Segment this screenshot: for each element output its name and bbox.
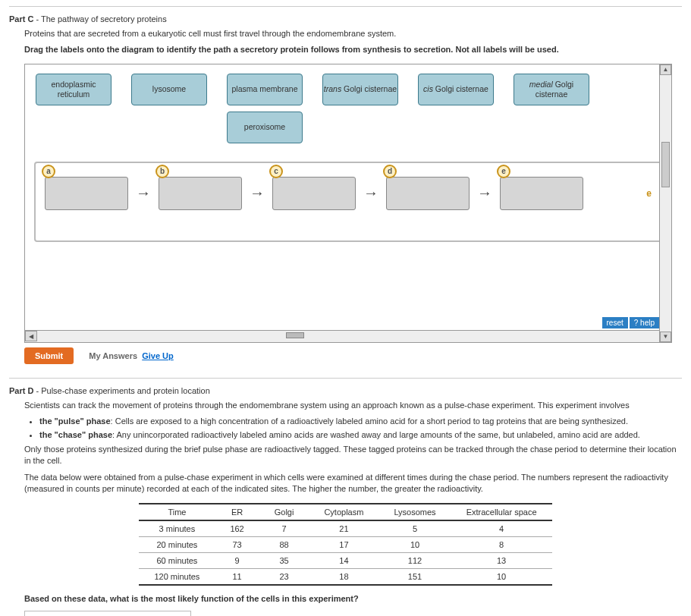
table-header-cell: ER [215,504,259,520]
drag-label[interactable]: medial Golgi cisternae [514,74,589,105]
bullet-item: the "chase" phase: Any unincorporated ra… [39,429,682,441]
label-tray: endoplasmic reticulumlysosomeplasma memb… [28,71,668,108]
drop-slot-wrap: a [45,177,128,210]
part-d-desc-3: The data below were obtained from a puls… [24,472,682,495]
table-header-row: TimeERGolgiCytoplasmLysosomesExtracellul… [139,504,551,520]
table-cell: 35 [259,552,309,568]
part-c-subtitle: - The pathway of secretory proteins [33,14,166,24]
table-cell: 162 [215,520,259,537]
arrow-icon: → [363,184,378,202]
my-answers-link[interactable]: My Answers [89,351,137,360]
table-header-cell: Golgi [259,504,309,520]
table-cell: 4 [451,520,552,537]
part-c-desc-1: Proteins that are secreted from a eukary… [24,28,682,39]
table-cell: 13 [451,552,552,568]
table-cell: 17 [309,536,378,552]
drop-slot[interactable] [45,177,128,210]
part-c-title: Part C - The pathway of secretory protei… [9,14,682,24]
part-c-label: Part C [9,14,33,24]
table-body: 3 minutes1627215420 minutes73881710860 m… [139,520,551,585]
table-cell: 3 minutes [139,520,215,537]
arrow-icon: → [136,184,151,202]
drag-label[interactable]: endoplasmic reticulum [36,74,112,105]
bullet-item: the "pulse" phase: Cells are exposed to … [39,416,682,427]
part-d-label: Part D [9,386,33,395]
drop-slot-wrap: b [159,177,242,210]
help-button[interactable]: ? help [630,317,659,328]
table-header-cell: Cytoplasm [309,504,378,520]
give-up-link[interactable]: Give Up [142,351,174,360]
drop-slot[interactable] [159,177,242,210]
drop-slot-wrap: c [272,177,356,210]
table-header-cell: Extracellular space [451,504,552,520]
table-cell: 8 [451,536,552,552]
drag-label[interactable]: lysosome [131,74,207,105]
answer-box: phagocytosismuscle contractiondetoxifica… [24,611,191,616]
part-c-instruction: Drag the labels onto the diagram to iden… [24,44,682,55]
slot-tag: d [383,165,397,178]
drop-slot[interactable] [272,177,356,210]
table-cell: 60 minutes [139,552,215,568]
vertical-scroll-thumb[interactable] [661,142,670,187]
horizontal-scroll-thumb[interactable] [286,332,304,338]
table-cell: 11 [215,568,259,585]
table-cell: 10 [378,536,451,552]
part-d-title: Part D - Pulse-chase experiments and pro… [9,386,682,395]
table-row: 120 minutes11231815110 [139,568,551,585]
data-table: TimeERGolgiCytoplasmLysosomesExtracellul… [139,503,551,586]
horizontal-scroll-track[interactable] [37,331,659,341]
drop-row: a→b→c→d→ee [45,177,652,210]
help-reset-bar: reset ? help [602,317,659,328]
table-cell: 112 [378,552,451,568]
table-cell: 21 [309,520,378,537]
table-cell: 20 minutes [139,536,215,552]
label-tray-row2: peroxisome [28,108,668,146]
table-cell: 7 [259,520,309,537]
part-c-section: Part C - The pathway of secretory protei… [9,6,682,364]
arrow-icon: → [250,184,265,202]
table-row: 20 minutes738817108 [139,536,551,552]
part-d-subtitle: - Pulse-chase experiments and protein lo… [33,386,209,395]
reset-button[interactable]: reset [602,317,628,328]
table-cell: 9 [215,552,259,568]
scroll-left-icon[interactable]: ◀ [25,331,37,341]
table-cell: 23 [259,568,309,585]
table-cell: 151 [378,568,451,585]
bullet-list: the "pulse" phase: Cells are exposed to … [39,416,682,441]
arrow-icon: → [477,184,492,202]
part-c-button-row: Submit My Answers Give Up [24,347,682,364]
drop-slot-wrap: e [500,177,583,210]
slot-tag: e [497,165,510,178]
scroll-up-icon[interactable]: ▲ [660,64,671,75]
drag-label[interactable]: plasma membrane [227,74,303,105]
drag-label[interactable]: peroxisome [227,112,303,143]
part-d-desc-2: Only those proteins synthesized during t… [24,444,682,467]
horizontal-scrollbar[interactable]: ◀ ▶ [25,330,671,342]
table-cell: 88 [259,536,309,552]
table-cell: 14 [309,552,378,568]
drop-slot[interactable] [500,177,583,210]
table-cell: 5 [378,520,451,537]
part-d-desc-1: Scientists can track the movement of pro… [24,400,682,411]
drag-label[interactable]: cis Golgi cisternae [418,74,494,105]
table-header-cell: Lysosomes [378,504,451,520]
drop-slot[interactable] [386,177,470,210]
table-row: 60 minutes9351411213 [139,552,551,568]
drag-label[interactable]: trans Golgi cisternae [322,74,398,105]
diagram-scroll-area[interactable]: endoplasmic reticulumlysosomeplasma memb… [25,64,671,330]
scroll-down-icon[interactable]: ▼ [660,332,671,342]
diagram-frame: endoplasmic reticulumlysosomeplasma memb… [24,64,672,343]
table-cell: 73 [215,536,259,552]
table-header-cell: Time [139,504,215,520]
submit-button[interactable]: Submit [24,347,74,364]
table-cell: 120 minutes [139,568,215,585]
slot-tag: c [269,165,283,178]
drop-area: a→b→c→d→ee [34,162,662,242]
table-row: 3 minutes16272154 [139,520,551,537]
side-marker: e [646,188,652,199]
part-d-section: Part D - Pulse-chase experiments and pro… [9,378,682,616]
drop-slot-wrap: d [386,177,470,210]
slot-tag: a [42,165,55,178]
slot-tag: b [155,165,169,178]
vertical-scrollbar[interactable]: ▲ ▼ [659,64,671,342]
